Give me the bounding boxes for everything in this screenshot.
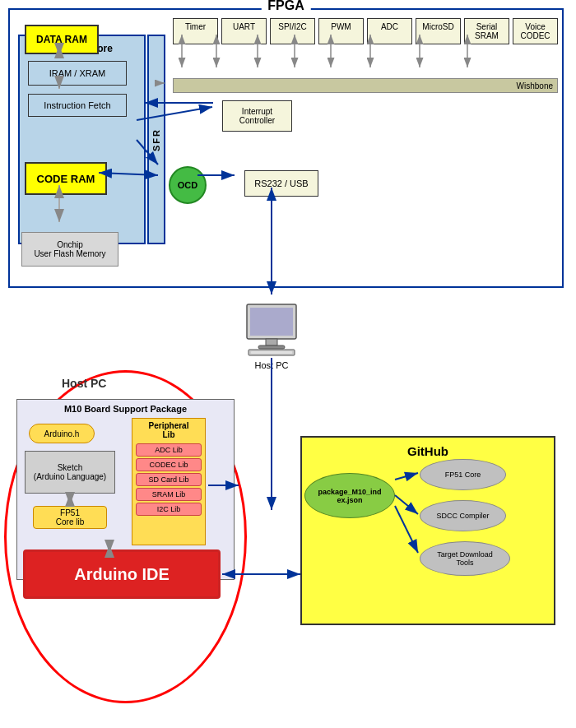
computer-icon bbox=[239, 303, 304, 356]
arduino-ide-label: Arduino IDE bbox=[74, 565, 170, 584]
host-pc-label: Host PC bbox=[230, 360, 313, 370]
m10-title: M10 Board Support Package bbox=[17, 404, 234, 414]
periph-sram: Serial SRAM bbox=[464, 18, 509, 44]
target-tools-ellipse: Target Download Tools bbox=[420, 541, 510, 576]
periph-spii2c: SPI/I2C bbox=[270, 18, 315, 44]
data-ram-label: DATA RAM bbox=[36, 34, 87, 45]
sram-lib: SRAM Lib bbox=[136, 488, 202, 501]
periph-uart: UART bbox=[221, 18, 267, 44]
package-label: package_M10_ind ex.json bbox=[318, 488, 381, 504]
svg-rect-3 bbox=[258, 345, 285, 349]
iram-box: IRAM / XRAM bbox=[28, 61, 127, 86]
wishbone-bar: Wishbone bbox=[173, 78, 558, 93]
sdcc-label: SDCC Compiler bbox=[436, 512, 489, 520]
codec-lib: CODEC Lib bbox=[136, 458, 202, 471]
peripheral-row: Timer UART SPI/I2C PWM ADC MicroSD Seria… bbox=[173, 18, 558, 44]
fp51-lib-label: FP51 Core lib bbox=[56, 508, 84, 526]
sfr-box: SFR bbox=[147, 35, 165, 244]
flash-box: Onchip User Flash Memory bbox=[21, 232, 118, 267]
fp51-core-label: FP51 Core bbox=[445, 471, 481, 479]
sketch-box: Sketch (Arduino Language) bbox=[25, 451, 115, 494]
github-title: GitHub bbox=[302, 444, 554, 458]
rs232-label: RS232 / USB bbox=[254, 179, 308, 188]
host-pc-icon-area: Host PC bbox=[230, 303, 313, 370]
periph-adc: ADC bbox=[367, 18, 412, 44]
code-ram-label: CODE RAM bbox=[37, 173, 95, 185]
sfr-label: SFR bbox=[151, 128, 161, 151]
periph-lib-title: Peripheral Lib bbox=[132, 419, 205, 442]
fpga-container: FPGA 8051 1T Core IRAM / XRAM Instructio… bbox=[8, 8, 564, 288]
package-m10-ellipse: package_M10_ind ex.json bbox=[304, 473, 395, 518]
ocd-circle: OCD bbox=[169, 166, 207, 204]
svg-rect-5 bbox=[251, 351, 292, 354]
fpga-title: FPGA bbox=[261, 0, 310, 13]
fp51-core-ellipse: FP51 Core bbox=[420, 459, 506, 490]
periph-timer: Timer bbox=[173, 18, 218, 44]
instruction-fetch-box: Instruction Fetch bbox=[28, 94, 127, 117]
adc-lib: ADC Lib bbox=[136, 443, 202, 457]
interrupt-label: Interrupt Controller bbox=[239, 107, 275, 125]
core-box: 8051 1T Core IRAM / XRAM Instruction Fet… bbox=[18, 35, 146, 244]
arduino-ide-box[interactable]: Arduino IDE bbox=[23, 549, 221, 599]
wishbone-label: Wishbone bbox=[517, 81, 553, 90]
periph-lib-box: Peripheral Lib ADC Lib CODEC Lib SD Card… bbox=[132, 418, 206, 545]
svg-rect-1 bbox=[250, 308, 293, 336]
periph-pwm: PWM bbox=[318, 18, 364, 44]
target-tools-label: Target Download Tools bbox=[437, 550, 493, 567]
arduino-h-box: Arduino.h bbox=[29, 424, 95, 443]
sdcc-ellipse: SDCC Compiler bbox=[420, 500, 506, 531]
sdcard-lib: SD Card Lib bbox=[136, 473, 202, 486]
instr-label: Instruction Fetch bbox=[44, 100, 110, 110]
periph-microsd: MicroSD bbox=[416, 18, 461, 44]
fp51-lib-box: FP51 Core lib bbox=[33, 506, 107, 529]
flash-label: Onchip User Flash Memory bbox=[34, 240, 105, 258]
rs232-box: RS232 / USB bbox=[244, 170, 318, 197]
iram-label: IRAM / XRAM bbox=[49, 68, 105, 78]
periph-codec: Voice CODEC bbox=[513, 18, 558, 44]
svg-rect-2 bbox=[266, 339, 277, 345]
interrupt-controller-box: Interrupt Controller bbox=[222, 100, 292, 132]
host-oval-label: Host PC bbox=[62, 377, 106, 390]
ocd-label: OCD bbox=[178, 180, 197, 190]
i2c-lib: I2C Lib bbox=[136, 503, 202, 516]
code-ram-box: CODE RAM bbox=[25, 162, 107, 195]
sketch-label: Sketch (Arduino Language) bbox=[34, 463, 106, 481]
data-ram-box: DATA RAM bbox=[25, 25, 99, 54]
arduino-h-label: Arduino.h bbox=[44, 429, 80, 438]
